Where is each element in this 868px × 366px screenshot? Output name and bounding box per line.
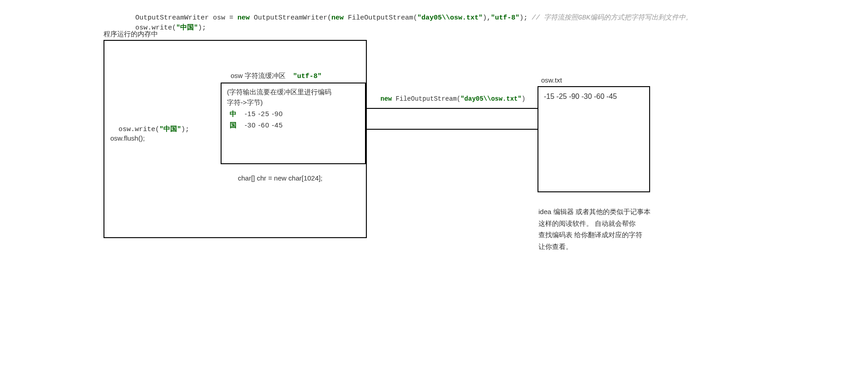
char-declaration: char[] chr = new char[1024]; [238,174,322,182]
file-bytes: -15 -25 -90 -30 -60 -45 [544,93,617,101]
buffer-row-1: 国 -30 -60 -45 [227,121,360,130]
memory-label: 程序运行的内存中 [104,30,158,39]
stream-label: new FileOutputStream("day05\\osw.txt") [380,95,525,102]
buffer-box: (字符输出流要在缓冲区里进行编码 字符->字节) 中 -15 -25 -90 国… [221,83,366,164]
write-call: osw.write("中国"); [110,117,189,133]
bytes-1: -30 -60 -45 [245,121,283,129]
buffer-note-2: 字符->字节) [227,98,360,107]
buffer-row-0: 中 -15 -25 -90 [227,110,360,118]
char-1: 国 [230,121,237,130]
stream-line-bottom [367,129,538,130]
code-line-2: osw.write("中国"); [127,15,206,32]
description: idea 编辑器 或者其他的类似于记事本 这样的阅读软件。 自动就会帮你 查找编… [538,206,656,252]
buffer-note-1: (字符输出流要在缓冲区里进行编码 [227,88,360,97]
buffer-title: osw 字符流缓冲区 "utf-8" [231,72,322,80]
char-0: 中 [230,110,237,118]
code-line-1: OutputStreamWriter osw = new OutputStrea… [127,5,692,22]
flush-call: osw.flush(); [110,134,145,142]
stream-line-top [367,108,538,109]
file-name-label: osw.txt [541,76,562,84]
file-box [538,86,650,192]
bytes-0: -15 -25 -90 [245,110,283,117]
